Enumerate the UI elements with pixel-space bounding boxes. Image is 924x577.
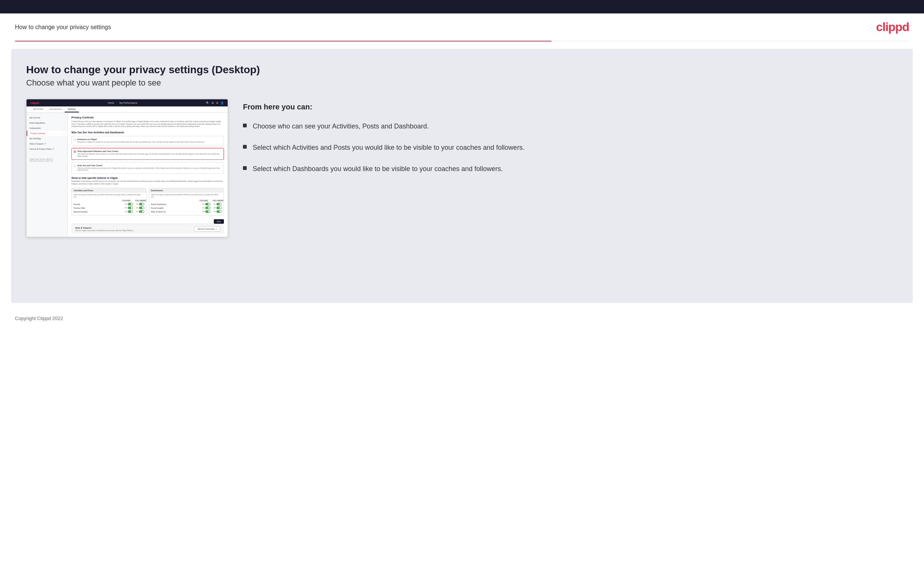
toggle-label-rounds: Rounds [74, 203, 80, 205]
toggle-pill [205, 203, 210, 205]
radio-label-everyone: Everyone on Clippd [78, 138, 205, 140]
show-hide-title: Show or hide specific features in Clippd [71, 177, 224, 179]
app-main-panel: Privacy Controls Control how you and you… [68, 113, 228, 237]
toggle-label-what-to-work: What To Work On [151, 211, 166, 213]
on-label: ON [136, 203, 138, 205]
toggle-controls-player: ON ON [202, 203, 222, 205]
grid-icon[interactable]: ⊞ [212, 102, 214, 105]
radio-everyone[interactable]: Everyone on Clippd Everyone on Clippd ca… [71, 136, 224, 146]
bullet-list: Choose who can see your Activities, Post… [243, 122, 898, 174]
radio-desc-coach-only: Only you and the coaches you connect wit… [78, 167, 222, 172]
app-navbar: clippd Home My Performance 🔍 ⊞ ⚙ 👤 [27, 99, 228, 106]
chevron-icon: › [63, 127, 64, 129]
sidebar-item-label: My Account [29, 116, 40, 119]
toggle-insights-coaches[interactable]: ON [202, 206, 210, 209]
app-tabs: My Profile Connections Settings [27, 106, 228, 113]
radio-followers[interactable]: Only Approved Followers and Your Coach O… [71, 148, 224, 160]
sidebar-item-label: Service & Privacy Policy ↗ [29, 148, 54, 150]
radio-label-coach-only: Only You and Your Coach [78, 164, 222, 166]
toggle-manual-followers[interactable]: ON [136, 210, 144, 213]
tab-my-profile[interactable]: My Profile [30, 106, 46, 113]
toggle-rounds-coaches[interactable]: ON [125, 203, 133, 205]
sidebar-item-subscription[interactable]: Subscription › [27, 126, 67, 131]
toggle-work-coaches[interactable]: ON [202, 210, 210, 213]
app-body: My Account › Data Integrations › Subscri… [27, 113, 228, 237]
sidebar-item-privacy-controls[interactable]: Privacy Controls › [27, 131, 67, 136]
nav-link-home[interactable]: Home [108, 102, 114, 104]
activities-col-headers: COACHES FOLLOWERS [74, 200, 144, 201]
toggle-player-coaches[interactable]: ON [202, 203, 210, 205]
visit-community-button[interactable]: Visit Our Community ↗ [194, 226, 220, 232]
chevron-icon: › [63, 116, 64, 119]
radio-coach-only[interactable]: Only You and Your Coach Only you and the… [71, 162, 224, 174]
on-label: ON [213, 207, 216, 209]
sidebar-version: Clippd Client Version: 2022.8.2SQL Serve… [27, 155, 67, 165]
settings-icon[interactable]: ⚙ [216, 102, 218, 105]
page-subheading: Choose what you want people to see [26, 78, 898, 88]
sidebar-item-service-privacy[interactable]: Service & Privacy Policy ↗ [27, 147, 67, 152]
dashboards-desc: Select the types of activity that you'd … [151, 194, 222, 199]
on-label: ON [202, 207, 204, 209]
sidebar-item-my-account[interactable]: My Account › [27, 115, 67, 120]
sidebar-item-label: My Golf Bag [29, 137, 41, 140]
help-section: Help & Support Visit our Clippd communit… [71, 224, 224, 234]
help-title: Help & Support [75, 227, 194, 229]
toggle-row-manual: Manual Activities ON ON [74, 210, 144, 213]
toggle-practice-coaches[interactable]: ON [125, 206, 133, 209]
on-label: ON [125, 207, 127, 209]
bullet-square-1 [243, 124, 247, 127]
bullet-text-2: Select which Activities and Posts you wo… [253, 143, 524, 152]
sidebar-item-label: Privacy Controls [30, 132, 45, 134]
toggle-pill [139, 203, 144, 205]
tab-settings[interactable]: Settings [65, 106, 79, 113]
radio-desc-followers: Only approved followers and coaches you … [78, 153, 222, 158]
save-button[interactable]: Save [214, 219, 224, 224]
bullet-text-1: Choose who can see your Activities, Post… [253, 122, 429, 131]
sidebar-item-label: Help & Support ↗ [29, 143, 46, 145]
toggles-grid: Activities and Posts Select the types of… [71, 188, 224, 216]
nav-link-performance[interactable]: My Performance [120, 102, 137, 104]
help-desc: Visit our Clippd community to troublesho… [75, 230, 194, 232]
toggle-label-manual: Manual Activities [74, 211, 87, 213]
activities-posts-header: Activities and Posts [72, 188, 146, 193]
user-icon[interactable]: 👤 [221, 102, 224, 105]
radio-desc-everyone: Everyone on Clippd can search for you an… [78, 141, 205, 143]
sidebar-item-data-integrations[interactable]: Data Integrations › [27, 120, 67, 126]
show-hide-desc: Regardless of the privacy controls that … [71, 181, 224, 185]
toggle-label-player-dashboard: Player Dashboard [151, 203, 166, 205]
save-row: Save [71, 218, 224, 224]
toggle-player-followers[interactable]: ON [213, 203, 222, 205]
toggle-practice-followers[interactable]: ON [136, 206, 144, 209]
toggle-controls-practice: ON ON [125, 206, 144, 209]
toggle-row-round-insights: Round Insights ON ON [151, 206, 222, 209]
privacy-controls-desc: Control how you and your data appears to… [71, 121, 224, 128]
toggle-rounds-followers[interactable]: ON [136, 203, 144, 205]
tab-connections[interactable]: Connections [46, 106, 65, 113]
toggle-pill [216, 203, 222, 205]
dashboards-header: Dashboards [149, 188, 223, 193]
logo: clippd [876, 20, 909, 34]
toggle-pill [216, 210, 222, 213]
toggle-label-round-insights: Round Insights [151, 207, 163, 209]
coaches-col-label: COACHES [199, 200, 208, 201]
toggle-work-followers[interactable]: ON [213, 210, 222, 213]
chevron-icon: › [63, 122, 64, 124]
toggle-row-what-to-work: What To Work On ON ON [151, 210, 222, 213]
toggle-row-rounds: Rounds ON ON [74, 203, 144, 205]
on-label: ON [136, 207, 138, 209]
toggle-pill [128, 210, 133, 213]
app-screenshot: clippd Home My Performance 🔍 ⊞ ⚙ 👤 My Pr… [26, 99, 228, 237]
footer: Copyright Clippd 2022 [0, 310, 924, 326]
sidebar-item-my-golf-bag[interactable]: My Golf Bag › [27, 136, 67, 141]
radio-label-followers: Only Approved Followers and Your Coach [78, 150, 222, 152]
toggle-insights-followers[interactable]: ON [213, 206, 222, 209]
right-panel: From here you can: Choose who can see yo… [243, 99, 898, 174]
sidebar-item-help-support[interactable]: Help & Support ↗ [27, 141, 67, 147]
toggle-row-player-dashboard: Player Dashboard ON ON [151, 203, 222, 205]
show-hide-section: Show or hide specific features in Clippd… [71, 177, 224, 224]
page-heading: How to change your privacy settings (Des… [26, 64, 898, 76]
search-icon[interactable]: 🔍 [206, 102, 209, 105]
bullet-square-3 [243, 166, 247, 170]
app-nav-icons: 🔍 ⊞ ⚙ 👤 [206, 102, 224, 105]
toggle-manual-coaches[interactable]: ON [125, 210, 133, 213]
